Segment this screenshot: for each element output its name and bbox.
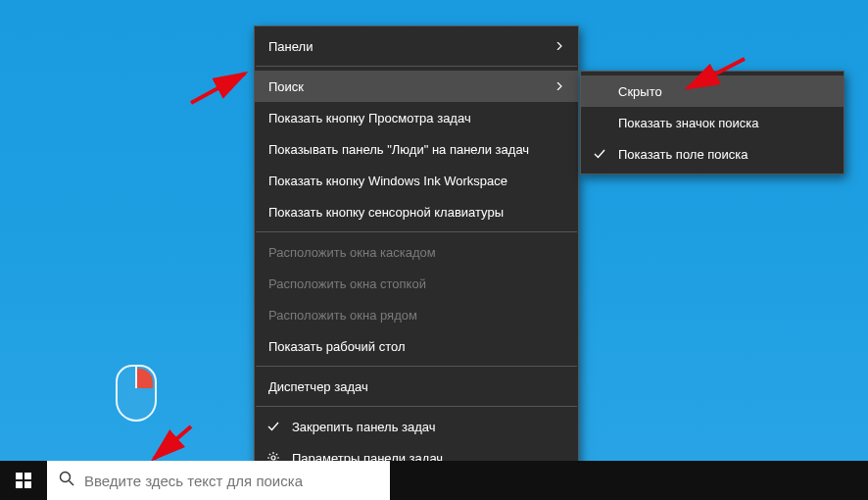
search-input[interactable] <box>84 473 378 489</box>
taskbar-search-box[interactable] <box>47 461 390 500</box>
menu-item-label: Поиск <box>268 79 555 94</box>
search-submenu: Скрыто Показать значок поиска Показать п… <box>580 71 844 175</box>
menu-item-side-windows: Расположить окна рядом <box>255 299 578 330</box>
arrow-annotation-icon <box>186 64 265 113</box>
menu-item-label: Закрепить панель задач <box>292 420 564 434</box>
svg-rect-4 <box>24 481 31 488</box>
menu-separator <box>256 366 577 367</box>
check-icon <box>265 418 282 435</box>
menu-item-label: Панели <box>268 39 555 54</box>
menu-item-search[interactable]: Поиск <box>255 71 578 102</box>
windows-logo-icon <box>16 473 31 488</box>
menu-item-ink-workspace[interactable]: Показать кнопку Windows Ink Workspace <box>255 165 578 196</box>
menu-item-label: Расположить окна стопкой <box>268 276 564 291</box>
svg-point-0 <box>271 456 275 460</box>
menu-item-label: Показать поле поиска <box>618 147 830 162</box>
menu-item-label: Показать кнопку Просмотра задач <box>268 111 564 125</box>
menu-item-label: Показать кнопку Windows Ink Workspace <box>268 174 564 188</box>
menu-item-label: Показать рабочий стол <box>268 339 564 354</box>
menu-item-show-desktop[interactable]: Показать рабочий стол <box>255 330 578 362</box>
menu-item-label: Показать значок поиска <box>618 116 830 130</box>
check-icon <box>591 145 608 163</box>
menu-item-panels[interactable]: Панели <box>255 30 578 62</box>
chevron-right-icon <box>555 82 564 90</box>
menu-item-label: Расположить окна каскадом <box>268 245 564 260</box>
svg-rect-1 <box>16 473 23 479</box>
svg-point-5 <box>61 473 71 482</box>
mouse-right-click-graphic <box>116 365 157 422</box>
menu-item-label: Диспетчер задач <box>268 379 564 394</box>
svg-line-6 <box>70 481 74 486</box>
submenu-item-hidden[interactable]: Скрыто <box>581 75 844 107</box>
search-icon <box>59 471 74 490</box>
taskbar-context-menu: Панели Поиск Показать кнопку Просмотра з… <box>254 25 579 478</box>
menu-item-lock-taskbar[interactable]: Закрепить панель задач <box>255 411 578 442</box>
menu-item-touch-keyboard[interactable]: Показать кнопку сенсорной клавиатуры <box>255 196 578 227</box>
desktop: Comp Панели Поиск Показать кнопку Просмо… <box>0 0 868 500</box>
menu-item-label: Скрыто <box>618 84 830 99</box>
submenu-item-show-box[interactable]: Показать поле поиска <box>581 138 844 170</box>
menu-item-cascade-windows: Расположить окна каскадом <box>255 236 578 268</box>
menu-item-people-panel[interactable]: Показывать панель "Люди" на панели задач <box>255 133 578 165</box>
svg-rect-2 <box>24 473 31 479</box>
menu-item-label: Расположить окна рядом <box>268 308 564 323</box>
menu-item-stack-windows: Расположить окна стопкой <box>255 268 578 299</box>
menu-separator <box>256 66 577 67</box>
menu-item-task-view-button[interactable]: Показать кнопку Просмотра задач <box>255 102 578 133</box>
menu-item-label: Показать кнопку сенсорной клавиатуры <box>268 205 564 220</box>
menu-separator <box>256 406 577 407</box>
start-button[interactable] <box>0 461 47 500</box>
menu-separator <box>256 231 577 232</box>
menu-item-task-manager[interactable]: Диспетчер задач <box>255 371 578 402</box>
chevron-right-icon <box>555 42 564 50</box>
svg-rect-3 <box>16 481 23 488</box>
submenu-item-show-icon[interactable]: Показать значок поиска <box>581 107 844 138</box>
menu-item-label: Показывать панель "Люди" на панели задач <box>268 142 564 157</box>
taskbar <box>0 461 868 500</box>
